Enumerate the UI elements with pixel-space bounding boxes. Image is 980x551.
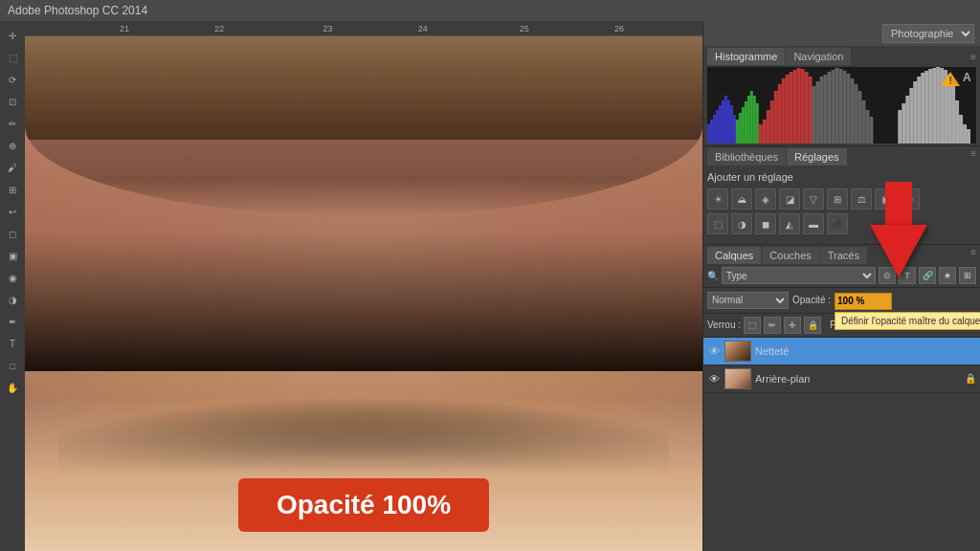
svg-rect-66 [963,124,967,143]
tab-histogramme[interactable]: Histogramme [707,48,785,65]
layers-type-filter[interactable]: Type [722,267,876,284]
svg-rect-41 [842,71,846,143]
svg-rect-5 [719,105,722,143]
adj-balance[interactable]: ⚖ [851,188,872,209]
layer-item-arriere-plan[interactable]: 👁 Arrière-plan 🔒 [703,365,980,393]
tool-clone[interactable]: ⊞ [2,179,23,200]
adj-vibrance[interactable]: ◪ [779,188,800,209]
layer-eye-arriere-plan[interactable]: 👁 [707,372,721,386]
adj-threshold[interactable]: ◭ [779,213,800,234]
svg-rect-54 [917,77,921,143]
layer-btn-star[interactable]: ★ [939,267,956,284]
svg-rect-2 [710,120,713,143]
adj-title: Ajouter un réglage [707,171,976,183]
tool-move[interactable]: ✛ [2,25,23,46]
lock-move[interactable]: ✛ [784,317,801,334]
lock-label: Verrou : [707,320,741,330]
svg-rect-52 [909,88,913,143]
tool-navigate[interactable]: ✋ [2,377,23,398]
svg-rect-19 [759,124,763,143]
tool-lasso[interactable]: ⟳ [2,69,23,90]
svg-rect-48 [869,117,873,143]
histogram-section: Histogramme Navigation ≡ [703,46,980,146]
tool-history[interactable]: ↩ [2,201,23,222]
histogram-menu[interactable]: ≡ [970,52,976,62]
tool-text[interactable]: T [2,333,23,354]
workspace-dropdown[interactable]: Photographie [882,24,974,43]
adj-menu[interactable]: ≡ [970,148,976,165]
tab-navigation[interactable]: Navigation [786,48,851,65]
adj-curves[interactable]: ⛰ [731,188,752,209]
adj-hsl[interactable]: ▽ [803,188,824,209]
tool-shape[interactable]: □ [2,355,23,376]
svg-text:!: ! [948,76,951,86]
adj-grid[interactable]: ⊞ [827,188,848,209]
svg-rect-35 [820,77,824,143]
svg-rect-10 [733,115,736,143]
svg-rect-49 [898,110,902,143]
adj-exposure[interactable]: ◈ [755,188,776,209]
adj-posterize[interactable]: ◼ [755,213,776,234]
svg-rect-44 [854,84,858,143]
blend-mode-select[interactable]: Normal [707,292,789,309]
workspace-selector: Photographie [703,21,980,46]
opacity-tooltip: Définir l'opacité maître du calque [835,312,980,330]
layer-eye-nettete[interactable]: 👁 [707,344,721,358]
svg-rect-38 [832,70,835,143]
search-icon: 🔍 [707,271,719,281]
adj-channel[interactable]: ⬚ [707,213,728,234]
tool-eyedropper[interactable]: ✏ [2,113,23,134]
tool-dodge[interactable]: ◑ [2,289,23,310]
svg-rect-45 [858,91,861,143]
tab-reglages[interactable]: Réglages [787,148,846,165]
svg-rect-23 [774,91,778,143]
adj-invert[interactable]: ◑ [731,213,752,234]
svg-rect-60 [940,68,944,143]
tab-couches[interactable]: Couches [762,247,818,264]
layers-menu[interactable]: ≡ [970,247,976,264]
svg-rect-26 [786,75,790,143]
lock-pixel[interactable]: ⬚ [744,317,761,334]
ruler-mark: 22 [214,24,224,33]
svg-rect-42 [846,74,850,143]
tool-blur[interactable]: ◉ [2,267,23,288]
svg-rect-55 [921,73,924,143]
svg-rect-51 [905,96,909,143]
opacity-input[interactable] [835,293,892,310]
layer-item-nettete[interactable]: 👁 Netteté [703,338,980,365]
svg-text:A: A [963,71,971,84]
svg-rect-37 [828,72,832,143]
adj-brightness[interactable]: ☀ [707,188,728,209]
tool-pen[interactable]: ✒ [2,311,23,332]
tool-fill[interactable]: ▣ [2,245,23,266]
layers-section: Calques Couches Tracés ≡ 🔍 Type ⊙ T 🔗 ★ … [703,245,980,551]
tool-brush[interactable]: 🖌 [2,157,23,178]
adjustments-tabs: Bibliothèques Réglages ≡ [703,146,980,165]
layer-btn-grid[interactable]: ⊞ [959,267,976,284]
tool-select[interactable]: ⬚ [2,47,23,68]
tool-eraser[interactable]: ◻ [2,223,23,244]
lock-brush[interactable]: ✏ [764,317,781,334]
tab-traces[interactable]: Tracés [820,247,867,264]
tool-heal[interactable]: ⊕ [2,135,23,156]
adj-map[interactable]: ⬛ [827,213,848,234]
tab-bibliotheques[interactable]: Bibliothèques [707,148,786,165]
layers-tabs: Calques Couches Tracés ≡ [703,245,980,264]
svg-rect-65 [959,115,963,143]
layers-toolbar: 🔍 Type ⊙ T 🔗 ★ ⊞ [703,264,980,288]
svg-rect-63 [951,84,955,143]
svg-rect-57 [928,69,932,143]
svg-rect-30 [801,69,805,143]
adj-gradient[interactable]: ▬ [803,213,824,234]
layer-thumb-nettete [724,341,751,362]
lock-all[interactable]: 🔒 [804,317,821,334]
canvas-area: 21 22 23 24 25 26 Opacité 100% [25,21,702,551]
opacite-overlay-label: Opacité 100% [238,478,489,532]
tool-crop[interactable]: ⊡ [2,91,23,112]
ruler-mark: 24 [418,24,428,33]
layer-thumb-arriere-plan [724,368,751,389]
ruler-top: 21 22 23 24 25 26 [25,21,702,36]
tab-calques[interactable]: Calques [707,247,761,264]
svg-rect-43 [850,78,854,143]
layer-list: 👁 Netteté 👁 Arrière-plan 🔒 [703,338,980,552]
